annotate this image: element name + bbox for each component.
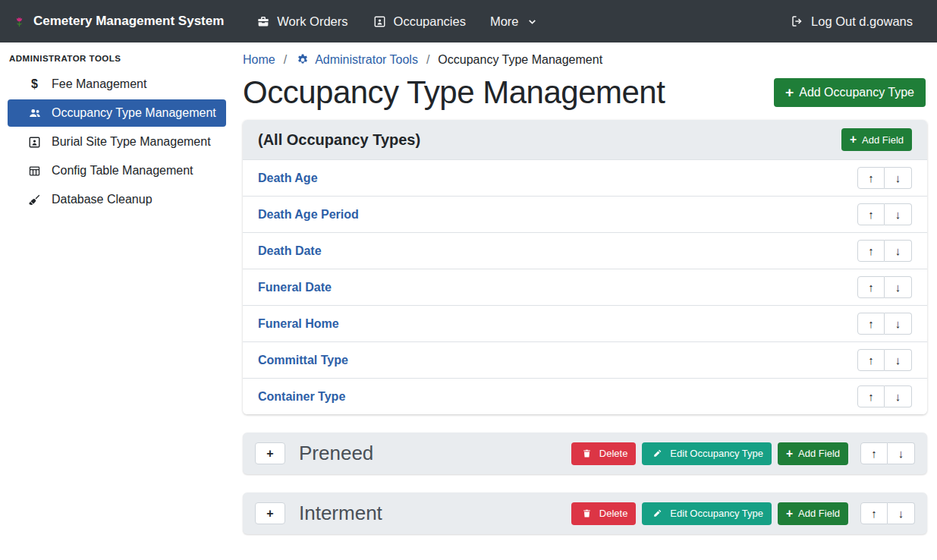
field-link-committal-type[interactable]: Committal Type <box>258 354 348 367</box>
move-up-button[interactable]: ↑ <box>857 203 885 225</box>
logout-button[interactable]: Log Out d.gowans <box>778 8 925 35</box>
sidebar-item-occupancy-type-management[interactable]: Occupancy Type Management <box>8 99 226 127</box>
users-icon <box>27 106 42 120</box>
breadcrumb-current: Occupancy Type Management <box>438 53 602 67</box>
main-content: Home / Administrator Tools / Occupancy T… <box>235 42 937 560</box>
delete-button[interactable]: Delete <box>571 502 637 525</box>
field-row: Death Age Period ↑ ↓ <box>243 196 927 232</box>
expand-section-button[interactable]: + <box>255 442 285 464</box>
add-occupancy-type-button[interactable]: + Add Occupancy Type <box>774 78 926 107</box>
breadcrumb-admin-tools-link[interactable]: Administrator Tools <box>295 53 418 67</box>
sidebar-heading: ADMINISTRATOR TOOLS <box>0 51 235 71</box>
down-arrow-icon: ↓ <box>898 507 904 520</box>
up-arrow-icon: ↑ <box>868 244 874 257</box>
work-orders-icon <box>256 14 270 28</box>
app-brand[interactable]: Cemetery Management System <box>12 14 224 29</box>
delete-button[interactable]: Delete <box>571 442 637 465</box>
add-field-button[interactable]: + Add Field <box>778 442 848 465</box>
reorder-button-group: ↑ ↓ <box>860 502 915 524</box>
down-arrow-icon: ↓ <box>898 447 904 460</box>
sidebar-item-fee-management[interactable]: $ Fee Management <box>8 71 226 98</box>
move-down-button[interactable]: ↓ <box>885 313 912 335</box>
reorder-button-group: ↑ ↓ <box>857 240 912 262</box>
occupancy-type-section-preneed: + Preneed Delete <box>243 433 927 474</box>
move-up-button[interactable]: ↑ <box>857 349 885 371</box>
field-link-death-age-period[interactable]: Death Age Period <box>258 208 359 222</box>
move-down-button[interactable]: ↓ <box>885 276 912 298</box>
edit-label: Edit Occupancy Type <box>670 508 763 519</box>
up-arrow-icon: ↑ <box>868 354 874 367</box>
gear-icon <box>295 53 310 67</box>
section-actions: Delete Edit Occupancy Type + Add Field <box>571 442 915 465</box>
field-row: Death Date ↑ ↓ <box>243 232 927 269</box>
down-arrow-icon: ↓ <box>895 390 901 403</box>
move-up-button[interactable]: ↑ <box>857 276 885 298</box>
down-arrow-icon: ↓ <box>895 354 901 367</box>
move-up-button[interactable]: ↑ <box>857 167 885 189</box>
plus-icon: + <box>786 448 793 460</box>
page-header: Occupancy Type Management + Add Occupanc… <box>243 74 927 111</box>
trash-icon <box>580 508 594 518</box>
add-field-label: Add Field <box>798 448 840 459</box>
move-down-button[interactable]: ↓ <box>888 502 915 524</box>
expand-section-button[interactable]: + <box>255 502 285 524</box>
move-up-button[interactable]: ↑ <box>857 385 885 407</box>
reorder-button-group: ↑ ↓ <box>857 167 912 189</box>
nav-item-work-orders[interactable]: Work Orders <box>244 8 360 35</box>
move-up-button[interactable]: ↑ <box>860 502 888 524</box>
field-link-container-type[interactable]: Container Type <box>258 390 345 404</box>
add-field-label: Add Field <box>798 508 840 519</box>
occupancy-type-section-interment: + Interment Delete <box>243 492 927 534</box>
sidebar-item-database-cleanup[interactable]: Database Cleanup <box>8 186 226 213</box>
section-actions: Delete Edit Occupancy Type + Add Field <box>571 502 915 525</box>
dollar-icon: $ <box>27 77 42 91</box>
all-occupancy-types-card: (All Occupancy Types) + Add Field Death … <box>243 120 927 414</box>
move-down-button[interactable]: ↓ <box>885 167 912 189</box>
page-title: Occupancy Type Management <box>243 74 665 111</box>
app-title: Cemetery Management System <box>33 14 224 29</box>
sidebar-item-label: Fee Management <box>52 77 146 91</box>
move-up-button[interactable]: ↑ <box>857 240 885 262</box>
pencil-icon <box>650 448 665 458</box>
plus-icon: + <box>266 447 273 461</box>
table-icon <box>27 165 42 178</box>
burial-site-icon <box>27 136 42 149</box>
nav-item-label: Occupancies <box>394 14 466 29</box>
edit-occupancy-type-button[interactable]: Edit Occupancy Type <box>642 502 772 525</box>
sidebar-item-label: Occupancy Type Management <box>52 106 216 120</box>
nav-item-occupancies[interactable]: Occupancies <box>360 8 478 35</box>
sidebar-item-label: Config Table Management <box>52 164 193 178</box>
navbar-menu: Work Orders Occupancies More <box>244 8 549 35</box>
breadcrumb-home-link[interactable]: Home <box>243 53 275 67</box>
section-title: Preneed <box>299 442 373 465</box>
down-arrow-icon: ↓ <box>895 244 901 257</box>
plus-icon: + <box>850 134 857 146</box>
sidebar-item-label: Database Cleanup <box>52 193 152 206</box>
breadcrumb-separator: / <box>426 53 429 67</box>
move-down-button[interactable]: ↓ <box>885 385 912 407</box>
move-down-button[interactable]: ↓ <box>888 442 915 464</box>
field-row: Container Type ↑ ↓ <box>243 378 927 414</box>
reorder-button-group: ↑ ↓ <box>857 349 912 371</box>
move-down-button[interactable]: ↓ <box>885 203 912 225</box>
field-link-death-date[interactable]: Death Date <box>258 244 322 258</box>
trash-icon <box>580 448 594 458</box>
nav-item-more[interactable]: More <box>478 8 549 35</box>
add-field-button[interactable]: + Add Field <box>841 128 912 151</box>
edit-occupancy-type-button[interactable]: Edit Occupancy Type <box>642 442 772 465</box>
field-row: Funeral Date ↑ ↓ <box>243 269 927 305</box>
field-link-funeral-date[interactable]: Funeral Date <box>258 281 332 294</box>
logout-label: Log Out d.gowans <box>811 14 913 29</box>
field-link-death-age[interactable]: Death Age <box>258 171 318 185</box>
move-down-button[interactable]: ↓ <box>885 349 912 371</box>
sidebar-item-burial-site-type-management[interactable]: Burial Site Type Management <box>8 128 226 156</box>
move-up-button[interactable]: ↑ <box>857 313 885 335</box>
breadcrumb-separator: / <box>284 53 287 67</box>
reorder-button-group: ↑ ↓ <box>857 313 912 335</box>
move-up-button[interactable]: ↑ <box>860 442 888 464</box>
up-arrow-icon: ↑ <box>868 281 874 294</box>
sidebar-item-config-table-management[interactable]: Config Table Management <box>8 157 226 184</box>
move-down-button[interactable]: ↓ <box>885 240 912 262</box>
add-field-button[interactable]: + Add Field <box>778 502 848 525</box>
field-link-funeral-home[interactable]: Funeral Home <box>258 317 339 331</box>
